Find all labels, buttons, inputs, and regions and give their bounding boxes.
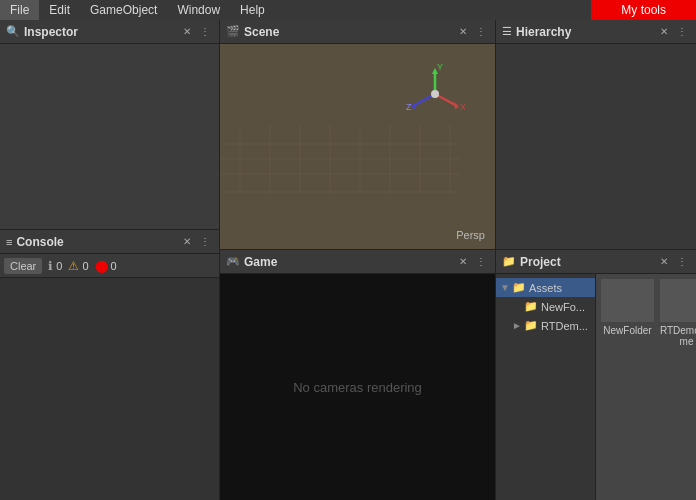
inspector-header: 🔍 Inspector ✕ ⋮ bbox=[0, 20, 219, 44]
file-thumb-0 bbox=[600, 278, 655, 323]
scene-icon: 🎬 bbox=[226, 25, 240, 38]
project-title: Project bbox=[520, 255, 654, 269]
left-column: 🔍 Inspector ✕ ⋮ ≡ Console ✕ ⋮ Clear ℹ 0 bbox=[0, 20, 220, 500]
game-menu[interactable]: ⋮ bbox=[473, 254, 489, 270]
right-column: ☰ Hierarchy ✕ ⋮ 📁 Project ✕ ⋮ ▼📁Assets📁N… bbox=[496, 20, 696, 500]
inspector-icon: 🔍 bbox=[6, 25, 20, 38]
hierarchy-close[interactable]: ✕ bbox=[656, 24, 672, 40]
svg-text:Y: Y bbox=[437, 64, 443, 72]
center-column: 🎬 Scene ✕ ⋮ bbox=[220, 20, 496, 500]
warning-count: 0 bbox=[82, 260, 88, 272]
scene-menu[interactable]: ⋮ bbox=[473, 24, 489, 40]
info-badge: ℹ 0 bbox=[48, 259, 62, 273]
game-title: Game bbox=[244, 255, 453, 269]
my-tools-button[interactable]: My tools bbox=[591, 0, 696, 20]
error-count: 0 bbox=[111, 260, 117, 272]
tree-item-0[interactable]: ▼📁Assets bbox=[496, 278, 595, 297]
project-menu[interactable]: ⋮ bbox=[674, 254, 690, 270]
inspector-close[interactable]: ✕ bbox=[179, 24, 195, 40]
file-name-1: RTDemoGame bbox=[659, 325, 696, 347]
scene-title: Scene bbox=[244, 25, 453, 39]
tree-label-0: Assets bbox=[529, 282, 562, 294]
svg-point-23 bbox=[431, 90, 439, 98]
hierarchy-panel: ☰ Hierarchy ✕ ⋮ bbox=[496, 20, 696, 250]
tree-label-1: NewFo... bbox=[541, 301, 585, 313]
console-title: Console bbox=[16, 235, 177, 249]
file-name-0: NewFolder bbox=[603, 325, 651, 336]
warning-icon: ⚠ bbox=[68, 259, 79, 273]
menu-help[interactable]: Help bbox=[230, 0, 275, 20]
scene-gizmo: Y X Z bbox=[405, 64, 465, 124]
tree-item-2[interactable]: ►📁RTDem... bbox=[496, 316, 595, 335]
menu-file[interactable]: File bbox=[0, 0, 39, 20]
game-icon: 🎮 bbox=[226, 255, 240, 268]
hierarchy-menu[interactable]: ⋮ bbox=[674, 24, 690, 40]
tree-item-1[interactable]: 📁NewFo... bbox=[496, 297, 595, 316]
console-panel: ≡ Console ✕ ⋮ Clear ℹ 0 ⚠ 0 ⬤ 0 bbox=[0, 230, 219, 500]
menu-edit[interactable]: Edit bbox=[39, 0, 80, 20]
console-icon: ≡ bbox=[6, 236, 12, 248]
project-tree[interactable]: ▼📁Assets📁NewFo...►📁RTDem... bbox=[496, 274, 596, 500]
project-body: ▼📁Assets📁NewFo...►📁RTDem... NewFolderRTD… bbox=[496, 274, 696, 500]
game-close[interactable]: ✕ bbox=[455, 254, 471, 270]
scene-persp-label: Persp bbox=[456, 229, 485, 241]
tree-label-2: RTDem... bbox=[541, 320, 588, 332]
file-grid: NewFolderRTDemoGame bbox=[596, 274, 696, 351]
inspector-panel: 🔍 Inspector ✕ ⋮ bbox=[0, 20, 219, 230]
tree-arrow-2: ► bbox=[512, 320, 524, 331]
inspector-menu[interactable]: ⋮ bbox=[197, 24, 213, 40]
warning-badge: ⚠ 0 bbox=[68, 259, 88, 273]
error-icon: ⬤ bbox=[95, 259, 108, 273]
svg-text:X: X bbox=[460, 102, 465, 112]
file-item-0[interactable]: NewFolder bbox=[600, 278, 655, 347]
svg-marker-18 bbox=[454, 102, 459, 109]
scene-header: 🎬 Scene ✕ ⋮ bbox=[220, 20, 495, 44]
console-close[interactable]: ✕ bbox=[179, 234, 195, 250]
project-header: 📁 Project ✕ ⋮ bbox=[496, 250, 696, 274]
scene-close[interactable]: ✕ bbox=[455, 24, 471, 40]
svg-marker-21 bbox=[411, 102, 416, 109]
console-header: ≡ Console ✕ ⋮ bbox=[0, 230, 219, 254]
tree-folder-icon-2: 📁 bbox=[524, 319, 538, 332]
tree-folder-icon-1: 📁 bbox=[524, 300, 538, 313]
menu-window[interactable]: Window bbox=[167, 0, 230, 20]
info-icon: ℹ bbox=[48, 259, 53, 273]
scene-panel: 🎬 Scene ✕ ⋮ bbox=[220, 20, 495, 250]
project-icon: 📁 bbox=[502, 255, 516, 268]
file-item-1[interactable]: RTDemoGame bbox=[659, 278, 696, 347]
menu-gameobject[interactable]: GameObject bbox=[80, 0, 167, 20]
hierarchy-title: Hierarchy bbox=[516, 25, 654, 39]
svg-text:Z: Z bbox=[406, 102, 412, 112]
project-close[interactable]: ✕ bbox=[656, 254, 672, 270]
clear-button[interactable]: Clear bbox=[4, 258, 42, 274]
tree-folder-icon-0: 📁 bbox=[512, 281, 526, 294]
info-count: 0 bbox=[56, 260, 62, 272]
scene-body[interactable]: Y X Z Persp bbox=[220, 44, 495, 249]
menu-bar: File Edit GameObject Window Help My tool… bbox=[0, 0, 696, 20]
game-panel: 🎮 Game ✕ ⋮ No cameras rendering bbox=[220, 250, 495, 500]
project-files: NewFolderRTDemoGame bbox=[596, 274, 696, 500]
no-cameras-label: No cameras rendering bbox=[293, 380, 422, 395]
game-header: 🎮 Game ✕ ⋮ bbox=[220, 250, 495, 274]
file-thumb-1 bbox=[659, 278, 696, 323]
hierarchy-header: ☰ Hierarchy ✕ ⋮ bbox=[496, 20, 696, 44]
inspector-body bbox=[0, 44, 219, 229]
game-body: No cameras rendering bbox=[220, 274, 495, 500]
hierarchy-body bbox=[496, 44, 696, 249]
hierarchy-icon: ☰ bbox=[502, 25, 512, 38]
console-menu[interactable]: ⋮ bbox=[197, 234, 213, 250]
error-badge: ⬤ 0 bbox=[95, 259, 117, 273]
console-body bbox=[0, 278, 219, 500]
tree-arrow-0: ▼ bbox=[500, 282, 512, 293]
inspector-title: Inspector bbox=[24, 25, 177, 39]
project-panel: 📁 Project ✕ ⋮ ▼📁Assets📁NewFo...►📁RTDem..… bbox=[496, 250, 696, 500]
main-layout: 🔍 Inspector ✕ ⋮ ≡ Console ✕ ⋮ Clear ℹ 0 bbox=[0, 20, 696, 500]
console-toolbar: Clear ℹ 0 ⚠ 0 ⬤ 0 bbox=[0, 254, 219, 278]
